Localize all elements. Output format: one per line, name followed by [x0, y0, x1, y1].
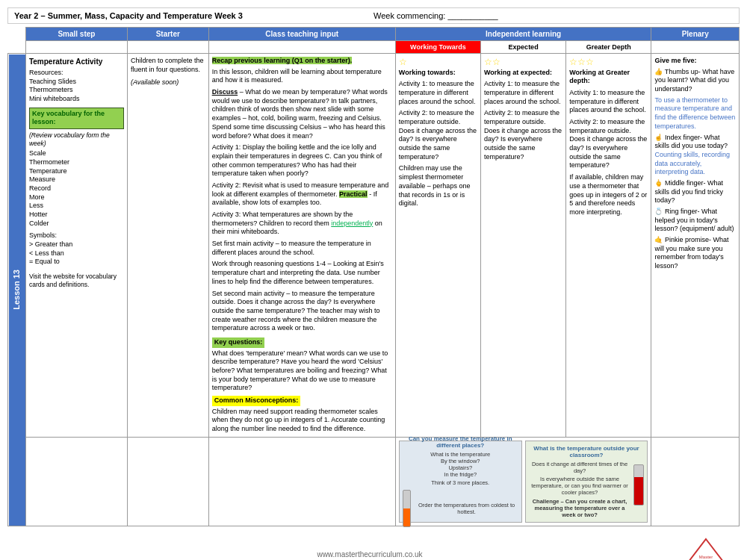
vocab-record: Record — [29, 184, 124, 193]
gd-activity2: Activity 2: to measure the temperature o… — [569, 118, 648, 170]
second-main-text: Set second main activity – to measure th… — [212, 290, 392, 333]
intro-text: In this lesson, children will be learnin… — [212, 68, 392, 85]
starter-text: Children to complete the fluent in four … — [131, 57, 205, 74]
vocab-scale: Scale — [29, 149, 124, 158]
reasoning-text: Work through reasoning questions 1-4 – L… — [212, 260, 392, 286]
vocab-review: (Review vocabulary form the week) — [29, 131, 124, 148]
resource-1: Teaching Slides — [29, 78, 124, 87]
starter-cell: Children to complete the fluent in four … — [127, 54, 208, 438]
misconceptions-label: Common Misconceptions: — [212, 396, 301, 406]
symbol-lt: < Less than — [29, 249, 124, 258]
lesson-label: Lesson 13 — [8, 54, 26, 526]
class-input-cell: Recap previous learning (Q1 on the start… — [208, 54, 395, 438]
vocab-hotter: Hotter — [29, 211, 124, 220]
expected-cell: ☆☆ Working at expected: Activity 1: to m… — [481, 54, 566, 438]
plenary-bottom — [651, 437, 740, 526]
class-input-bottom — [208, 437, 395, 526]
first-main-text: Set first main activity – to measure the… — [212, 240, 392, 257]
page-wrapper: Year 2 – Summer, Mass, Capacity and Temp… — [0, 0, 747, 560]
symbols-label: Symbols: — [29, 231, 124, 240]
wt-label: Working towards: — [399, 69, 477, 78]
working-towards-subheader: Working Towards — [395, 41, 480, 54]
svg-text:Master: Master — [699, 555, 713, 559]
gd-activity1: Activity 1: to measure the temperature i… — [569, 89, 648, 115]
wt-note: Children may use the simplest thermomete… — [399, 164, 477, 208]
symbol-gt: > Greater than — [29, 240, 124, 249]
vocab-temp: Temperature — [29, 167, 124, 176]
symbol-eq: = Equal to — [29, 258, 124, 267]
footer-url: www.masterthecurriculum.co.uk — [247, 543, 493, 560]
starter-bottom — [127, 437, 208, 526]
wt-activity1: Activity 1: to measure the temperature i… — [399, 80, 477, 106]
resource-3: Mini whiteboards — [29, 95, 124, 104]
discuss-label: Discuss — [212, 88, 238, 96]
plenary-header: Plenary — [651, 28, 740, 41]
vocab-measure: Measure — [29, 175, 124, 184]
gd-stars: ☆☆☆ — [569, 57, 648, 69]
wt-activity2: Activity 2: to measure the temperature o… — [399, 109, 477, 161]
resource-2: Thermometers — [29, 86, 124, 95]
week-commencing: Week commencing: ___________ — [374, 11, 733, 20]
exp-label: Working at expected: — [484, 69, 562, 78]
corner-cell — [8, 28, 26, 41]
plenary-cell: Give me five: 👍 Thumbs up- What have you… — [651, 54, 740, 438]
small-step-bottom — [25, 437, 127, 526]
small-step-cell: Temperature Activity Resources: Teaching… — [25, 54, 127, 438]
vocab-colder: Colder — [29, 220, 124, 228]
recap-highlight: Recap previous learning (Q1 on the start… — [212, 57, 353, 64]
plenary-thumb: 👍 Thumbs up- What have you learnt? What … — [654, 68, 736, 94]
sub-corner — [8, 41, 26, 54]
header: Year 2 – Summer, Mass, Capacity and Temp… — [7, 7, 740, 24]
visit-text: Visit the website for vocabulary cards a… — [29, 273, 124, 289]
resources-label: Resources: — [29, 69, 124, 78]
plenary-ring: 💍 Ring finger- What helped you in today'… — [654, 208, 736, 234]
discuss-text: – What do we mean by temperature? What w… — [212, 88, 388, 139]
working-towards-cell: ☆ Working towards: Activity 1: to measur… — [395, 54, 480, 438]
expected-subheader: Expected — [481, 41, 566, 54]
thermometer-activity-image-2: What is the temperature outside your cla… — [525, 441, 648, 523]
practical-label: Practical — [339, 190, 368, 198]
gd-note: If available, children may use a thermom… — [569, 173, 648, 217]
key-questions-text: What does 'temperature' mean? What words… — [212, 349, 392, 393]
small-step-header: Small step — [25, 28, 127, 41]
activity-title: Temperature Activity — [29, 57, 124, 66]
plenary-middle: 🖕 Middle finger- What skills did you fin… — [654, 179, 736, 205]
vocab-more: More — [29, 193, 124, 202]
activity1-text: Activity 1: Display the boiling kettle a… — [212, 143, 392, 178]
independent-header: Independent learning — [395, 28, 651, 41]
page-title: Year 2 – Summer, Mass, Capacity and Temp… — [14, 11, 374, 20]
plenary-title: Give me five: — [654, 57, 736, 66]
plenary-pinkie: 🤙 Pinkie promise- What will you make sur… — [654, 236, 736, 271]
greater-depth-subheader: Greater Depth — [566, 41, 651, 54]
misconceptions-text: Children may need support reading thermo… — [212, 408, 392, 434]
class-input-header: Class teaching input — [208, 28, 395, 41]
greater-depth-cell: ☆☆☆ Working at Greater depth: Activity 1… — [566, 54, 651, 438]
activity3-text: Activity 3: What temperatures are shown … — [212, 211, 392, 237]
exp-activity2: Activity 2: to measure the temperature o… — [484, 109, 562, 161]
footer-logo: Master Master The Curriculum — [672, 538, 725, 560]
key-questions-label: Key questions: — [212, 337, 265, 348]
gd-label: Working at Greater depth: — [569, 69, 648, 86]
plenary-index-highlight: To use a thermometer to measure temperat… — [654, 96, 736, 131]
exp-activity1: Activity 1: to measure the temperature i… — [484, 80, 562, 106]
wt-stars: ☆ — [399, 57, 477, 69]
vocab-box: Key vocabulary for the lesson: — [29, 108, 124, 129]
vocab-less: Less — [29, 202, 124, 211]
plenary-index: ☝ Index finger- What skills did you use … — [654, 134, 736, 177]
exp-stars: ☆☆ — [484, 57, 562, 69]
starter-available: (Available soon) — [131, 78, 205, 87]
indep-images-cell: Can you measure the temperature in diffe… — [395, 437, 651, 526]
thermometer-activity-image-1: Can you measure the temperature in diffe… — [399, 441, 522, 523]
starter-header: Starter — [127, 28, 208, 41]
vocab-therm: Thermometer — [29, 158, 124, 167]
main-table: Small step Starter Class teaching input … — [7, 27, 740, 526]
